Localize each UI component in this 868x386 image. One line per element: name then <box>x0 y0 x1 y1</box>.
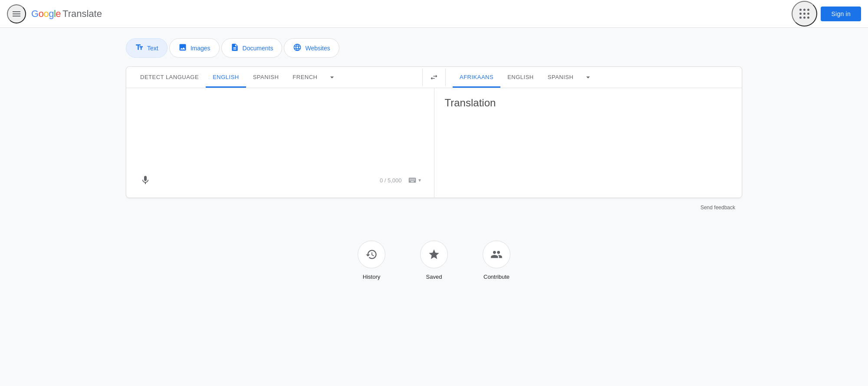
history-icon <box>365 248 378 261</box>
text-icon <box>135 43 144 53</box>
sign-in-button[interactable]: Sign in <box>821 7 861 21</box>
source-textarea[interactable] <box>137 97 424 166</box>
lang-english-source[interactable]: ENGLISH <box>206 67 246 88</box>
contribute-icon <box>490 248 503 261</box>
contribute-label: Contribute <box>483 274 510 280</box>
translation-output: Translation <box>445 97 732 109</box>
swap-languages-button[interactable] <box>423 68 445 87</box>
documents-icon <box>230 43 239 53</box>
saved-icon <box>428 248 440 261</box>
menu-button[interactable] <box>7 4 26 23</box>
translation-container: DETECT LANGUAGE ENGLISH SPANISH FRENCH <box>126 66 742 198</box>
history-label: History <box>363 274 380 280</box>
header-left: Google Translate <box>7 4 102 23</box>
tab-images-label: Images <box>191 45 210 52</box>
images-icon <box>178 43 187 53</box>
lang-english-target[interactable]: ENGLISH <box>500 67 541 88</box>
target-more-languages-button[interactable] <box>580 69 596 85</box>
source-language-selector: DETECT LANGUAGE ENGLISH SPANISH FRENCH <box>126 67 422 88</box>
tab-images[interactable]: Images <box>169 38 220 58</box>
saved-icon-circle <box>420 241 448 268</box>
language-selector-row: DETECT LANGUAGE ENGLISH SPANISH FRENCH <box>126 67 742 88</box>
tab-websites[interactable]: Websites <box>284 38 339 58</box>
saved-item[interactable]: Saved <box>420 241 448 280</box>
source-footer: 0 / 5,000 ▾ <box>137 168 424 189</box>
tab-documents-label: Documents <box>243 45 273 52</box>
char-count-area: 0 / 5,000 ▾ <box>380 174 424 186</box>
tab-documents[interactable]: Documents <box>221 38 283 58</box>
contribute-item[interactable]: Contribute <box>483 241 510 280</box>
tab-text-label: Text <box>147 45 158 52</box>
target-area: Translation <box>434 88 742 198</box>
send-feedback-link[interactable]: Send feedback <box>700 205 735 211</box>
microphone-button[interactable] <box>137 172 154 189</box>
history-item[interactable]: History <box>358 241 385 280</box>
app-header: Google Translate Sign in <box>0 0 868 28</box>
google-apps-button[interactable] <box>792 1 817 26</box>
feedback-row: Send feedback <box>126 200 742 214</box>
websites-icon <box>293 43 302 53</box>
main-content: Text Images Documents W <box>108 28 760 308</box>
tab-websites-label: Websites <box>305 45 330 52</box>
saved-label: Saved <box>426 274 442 280</box>
bottom-section: History Saved Contribute <box>126 241 742 297</box>
header-right: Sign in <box>792 1 861 26</box>
lang-spanish-target[interactable]: SPANISH <box>541 67 581 88</box>
char-count: 0 / 5,000 <box>380 177 402 184</box>
logo[interactable]: Google Translate <box>31 8 102 20</box>
lang-french-source[interactable]: FRENCH <box>286 67 324 88</box>
chevron-down-icon: ▾ <box>418 177 421 183</box>
lang-spanish-source[interactable]: SPANISH <box>246 67 286 88</box>
lang-afrikaans-target[interactable]: AFRIKAANS <box>453 67 500 88</box>
lang-detect[interactable]: DETECT LANGUAGE <box>133 67 206 88</box>
grid-dots-icon <box>796 5 813 22</box>
app-name: Translate <box>62 8 102 20</box>
tab-text[interactable]: Text <box>126 38 168 58</box>
target-language-selector: AFRIKAANS ENGLISH SPANISH <box>446 67 742 88</box>
google-wordmark: Google <box>31 8 61 20</box>
history-icon-circle <box>358 241 385 268</box>
contribute-icon-circle <box>483 241 510 268</box>
keyboard-button[interactable]: ▾ <box>405 174 424 186</box>
source-more-languages-button[interactable] <box>324 69 340 85</box>
source-area: 0 / 5,000 ▾ <box>126 88 434 198</box>
input-type-tabs: Text Images Documents W <box>126 38 742 58</box>
text-areas: 0 / 5,000 ▾ Translation <box>126 88 742 198</box>
